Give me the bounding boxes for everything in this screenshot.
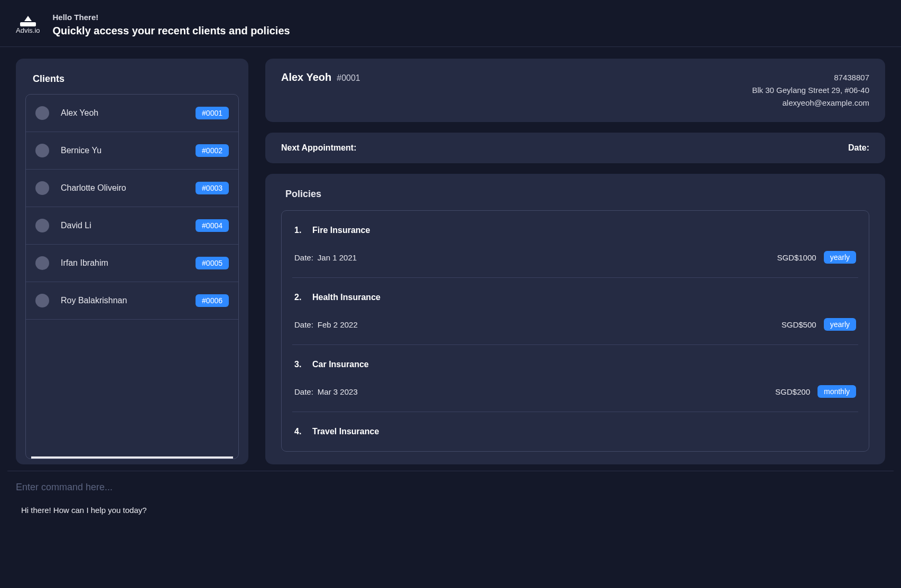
policy-date: Feb 2 2022 xyxy=(318,320,358,329)
client-header-card: Alex Yeoh #0001 87438807 Blk 30 Geylang … xyxy=(265,59,885,122)
policy-index: 3. xyxy=(294,360,305,369)
clients-list: Alex Yeoh #0001 Bernice Yu #0002 Charlot… xyxy=(25,94,239,459)
clients-scroll[interactable]: Alex Yeoh #0001 Bernice Yu #0002 Charlot… xyxy=(26,95,238,459)
client-name: Irfan Ibrahim xyxy=(61,258,196,268)
policy-item[interactable]: 3. Car Insurance Date: Mar 3 2023 SGD$20… xyxy=(292,345,858,412)
clients-title: Clients xyxy=(33,73,239,85)
greeting-subtitle: Quickly access your recent clients and p… xyxy=(53,25,290,37)
policy-date-label: Date: xyxy=(294,387,313,396)
policy-period-badge: yearly xyxy=(824,318,856,331)
command-input[interactable] xyxy=(16,479,885,496)
policies-list[interactable]: 1. Fire Insurance Date: Jan 1 2021 SGD$1… xyxy=(281,210,869,452)
client-name: Alex Yeoh xyxy=(61,108,196,118)
client-name: David Li xyxy=(61,221,196,230)
avatar xyxy=(35,219,49,232)
client-phone: 87438807 xyxy=(752,71,869,84)
avatar xyxy=(35,106,49,120)
policy-amount: SGD$500 xyxy=(782,320,816,329)
appointment-card: Next Appointment: Date: xyxy=(265,133,885,163)
svg-marker-0 xyxy=(24,16,32,21)
selected-client-id: #0001 xyxy=(337,73,360,83)
app-header: Advis.io Hello There! Quickly access you… xyxy=(0,0,901,47)
policies-card: Policies 1. Fire Insurance Date: Jan 1 2… xyxy=(265,174,885,464)
client-contact-info: 87438807 Blk 30 Geylang Street 29, #06-4… xyxy=(752,71,869,109)
detail-column: Alex Yeoh #0001 87438807 Blk 30 Geylang … xyxy=(265,59,885,464)
selected-client-name: Alex Yeoh xyxy=(281,71,331,83)
policies-title: Policies xyxy=(285,189,869,200)
policy-index: 2. xyxy=(294,293,305,302)
client-email: alexyeoh@example.com xyxy=(752,97,869,109)
policy-date: Jan 1 2021 xyxy=(318,253,357,262)
client-row[interactable]: Irfan Ibrahim #0005 xyxy=(26,245,238,282)
client-row[interactable]: Alex Yeoh #0001 xyxy=(26,95,238,132)
policy-amount: SGD$1000 xyxy=(777,253,816,262)
brand-logo: Advis.io xyxy=(16,16,40,34)
client-header-left: Alex Yeoh #0001 xyxy=(281,71,360,83)
avatar xyxy=(35,181,49,195)
greeting-block: Hello There! Quickly access your recent … xyxy=(53,13,290,37)
appointment-date-label: Date: xyxy=(848,143,869,152)
policy-item[interactable]: 1. Fire Insurance Date: Jan 1 2021 SGD$1… xyxy=(292,211,858,278)
policy-date: Mar 3 2023 xyxy=(318,387,358,396)
client-row[interactable]: Bernice Yu #0002 xyxy=(26,132,238,170)
policy-period-badge: yearly xyxy=(824,251,856,264)
policy-name: Fire Insurance xyxy=(312,226,370,235)
policy-name: Travel Insurance xyxy=(312,427,379,436)
brand-name: Advis.io xyxy=(16,26,40,34)
client-name: Charlotte Oliveiro xyxy=(61,183,196,193)
avatar xyxy=(35,294,49,307)
policy-item[interactable]: 4. Travel Insurance Date: Apr 4 2023 SGD… xyxy=(292,412,858,452)
client-id-badge: #0002 xyxy=(196,144,229,157)
client-id-badge: #0006 xyxy=(196,294,229,307)
clients-panel: Clients Alex Yeoh #0001 Bernice Yu #0002… xyxy=(16,59,248,464)
svg-rect-1 xyxy=(20,22,36,26)
avatar xyxy=(35,144,49,157)
appointment-label: Next Appointment: xyxy=(281,143,357,153)
client-id-badge: #0005 xyxy=(196,257,229,269)
policy-name: Car Insurance xyxy=(312,360,369,369)
client-row[interactable]: Charlotte Oliveiro #0003 xyxy=(26,170,238,207)
client-row[interactable]: David Li #0004 xyxy=(26,207,238,245)
policy-index: 4. xyxy=(294,427,305,436)
greeting-text: Hello There! xyxy=(53,13,290,22)
logo-icon xyxy=(19,16,37,27)
policy-index: 1. xyxy=(294,226,305,235)
assistant-message: Hi there! How can I help you today? xyxy=(16,496,885,524)
client-id-badge: #0004 xyxy=(196,219,229,232)
policy-name: Health Insurance xyxy=(312,293,380,302)
policy-date-label: Date: xyxy=(294,320,313,329)
client-name: Roy Balakrishnan xyxy=(61,296,196,305)
client-name: Bernice Yu xyxy=(61,146,196,155)
policy-item[interactable]: 2. Health Insurance Date: Feb 2 2022 SGD… xyxy=(292,278,858,345)
client-id-badge: #0003 xyxy=(196,182,229,194)
main-area: Clients Alex Yeoh #0001 Bernice Yu #0002… xyxy=(0,47,901,464)
client-address: Blk 30 Geylang Street 29, #06-40 xyxy=(752,84,869,97)
policy-amount: SGD$200 xyxy=(775,387,810,396)
policy-period-badge: monthly xyxy=(818,385,856,398)
client-row[interactable]: Roy Balakrishnan #0006 xyxy=(26,282,238,320)
avatar xyxy=(35,256,49,270)
command-area: Hi there! How can I help you today? xyxy=(0,471,901,524)
client-id-badge: #0001 xyxy=(196,107,229,119)
policy-date-label: Date: xyxy=(294,253,313,262)
